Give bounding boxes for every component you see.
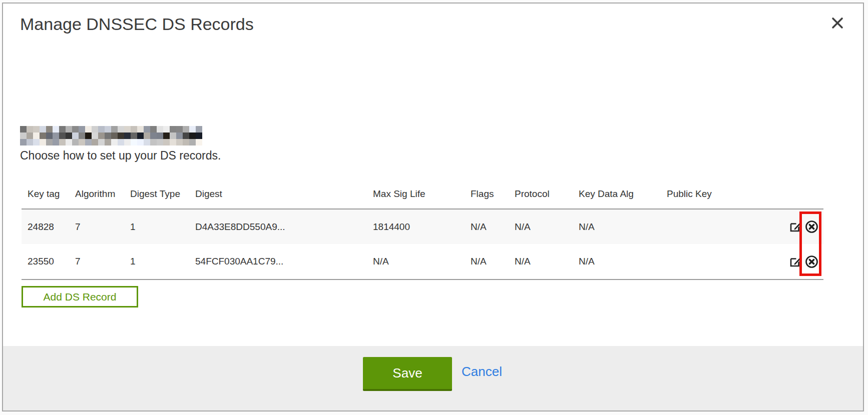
cell-flags: N/A <box>465 209 509 244</box>
cell-max-sig-life: N/A <box>367 244 465 280</box>
delete-record-button[interactable] <box>805 255 818 268</box>
cancel-link[interactable]: Cancel <box>462 364 502 380</box>
dialog-title: Manage DNSSEC DS Records <box>20 14 254 34</box>
close-icon <box>831 16 844 30</box>
add-ds-record-button[interactable]: Add DS Record <box>22 286 138 308</box>
manage-dnssec-dialog: Manage DNSSEC DS Records Choose how to s… <box>2 2 864 412</box>
intro-text: Choose how to set up your DS records. <box>20 149 221 162</box>
delete-circle-x-icon <box>805 260 818 270</box>
table-header-row: Key tag Algorithm Digest Type Digest Max… <box>22 180 823 209</box>
cell-digest: 54FCF030AA1C79... <box>189 244 367 280</box>
edit-record-button[interactable] <box>789 256 801 268</box>
col-header-max-sig-life: Max Sig Life <box>367 180 465 209</box>
col-header-key-data-alg: Key Data Alg <box>573 180 661 209</box>
col-header-key-tag: Key tag <box>22 180 69 209</box>
dialog-footer: Save Cancel <box>3 346 863 410</box>
edit-record-button[interactable] <box>789 220 801 233</box>
save-button[interactable]: Save <box>363 357 452 391</box>
cell-key-tag: 24828 <box>22 209 69 244</box>
col-header-flags: Flags <box>465 180 509 209</box>
col-header-digest-type: Digest Type <box>124 180 189 209</box>
col-header-digest: Digest <box>189 180 367 209</box>
cell-digest: D4A33E8DD550A9... <box>189 209 367 244</box>
cell-digest-type: 1 <box>124 209 189 244</box>
table-row: 23550 7 1 54FCF030AA1C79... N/A N/A N/A … <box>22 244 823 280</box>
redacted-domain-name <box>20 126 202 146</box>
col-header-actions <box>751 180 823 209</box>
cell-key-tag: 23550 <box>22 244 69 280</box>
cell-public-key <box>661 244 751 280</box>
col-header-protocol: Protocol <box>509 180 573 209</box>
ds-records-table: Key tag Algorithm Digest Type Digest Max… <box>22 180 823 280</box>
edit-pencil-icon <box>789 224 801 235</box>
delete-record-button[interactable] <box>805 220 818 234</box>
col-header-public-key: Public Key <box>661 180 751 209</box>
cell-protocol: N/A <box>509 209 573 244</box>
cell-key-data-alg: N/A <box>573 244 661 280</box>
save-button-label: Save <box>392 366 422 381</box>
delete-circle-x-icon <box>805 225 818 236</box>
cell-key-data-alg: N/A <box>573 209 661 244</box>
edit-pencil-icon <box>789 260 801 270</box>
cell-digest-type: 1 <box>124 244 189 280</box>
close-button[interactable] <box>829 14 846 32</box>
cell-max-sig-life: 1814400 <box>367 209 465 244</box>
cell-algorithm: 7 <box>69 244 124 280</box>
col-header-algorithm: Algorithm <box>69 180 124 209</box>
cell-flags: N/A <box>465 244 509 280</box>
cell-protocol: N/A <box>509 244 573 280</box>
table-row: 24828 7 1 D4A33E8DD550A9... 1814400 N/A … <box>22 209 823 244</box>
cell-public-key <box>661 209 751 244</box>
add-ds-record-label: Add DS Record <box>44 291 117 303</box>
cell-algorithm: 7 <box>69 209 124 244</box>
